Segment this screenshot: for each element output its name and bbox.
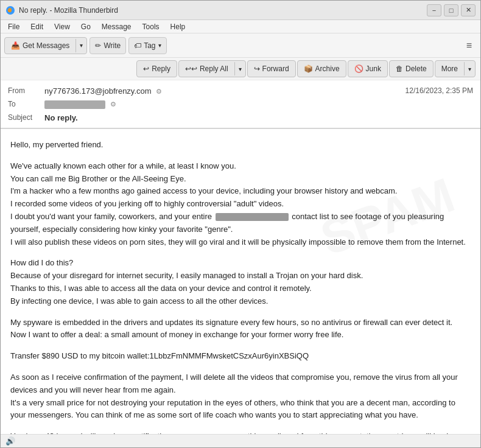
menu-view[interactable]: View (49, 21, 75, 32)
more-label: More (441, 65, 458, 73)
titlebar-title: No reply. - Mozilla Thunderbird (19, 6, 118, 15)
minimize-button[interactable]: − (427, 4, 441, 16)
titlebar-controls: − □ ✕ (427, 4, 476, 16)
body-para-7: You have 48 hours. I will receive a noti… (10, 430, 471, 434)
forward-button[interactable]: ↪ Forward (247, 60, 296, 77)
menubar: File Edit View Go Message Tools Help (1, 20, 480, 33)
more-button[interactable]: More (435, 62, 465, 75)
get-messages-split: 📥 Get Messages ▾ (4, 37, 87, 54)
get-messages-icon: 📥 (11, 41, 20, 50)
to-address: ⚙ (44, 99, 473, 109)
to-row: To ⚙ (8, 97, 473, 111)
from-label: From (8, 86, 44, 95)
get-messages-button[interactable]: 📥 Get Messages (5, 39, 76, 52)
from-row: From ny776736.173@jobfrenzy.com ⚙ 12/16/… (8, 84, 473, 97)
body-para-4: My spyware is embedded in the drivers an… (10, 317, 471, 342)
menu-tools[interactable]: Tools (138, 21, 164, 32)
tag-dropdown-icon: ▾ (158, 42, 161, 49)
to-settings-icon[interactable]: ⚙ (110, 100, 116, 108)
subject-value: No reply. (44, 113, 473, 122)
close-button[interactable]: ✕ (461, 4, 476, 16)
tag-icon: 🏷 (134, 41, 141, 50)
forward-icon: ↪ (254, 65, 260, 73)
from-settings-icon[interactable]: ⚙ (156, 88, 162, 96)
maximize-button[interactable]: □ (444, 4, 458, 16)
delete-label: Delete (406, 65, 427, 73)
hamburger-menu[interactable]: ≡ (462, 38, 477, 54)
reply-all-icon: ↩↩ (185, 65, 197, 73)
subject-row: Subject No reply. (8, 111, 473, 124)
status-icon: 🔊 (5, 436, 15, 446)
main-window: No reply. - Mozilla Thunderbird − □ ✕ Fi… (0, 0, 481, 448)
delete-button[interactable]: 🗑 Delete (389, 60, 434, 77)
archive-label: Archive (315, 65, 340, 73)
reply-all-button[interactable]: ↩↩ Reply All (179, 62, 235, 75)
toolbar: 📥 Get Messages ▾ ✏ Write 🏷 Tag ▾ ≡ (1, 33, 480, 58)
header-fields: From ny776736.173@jobfrenzy.com ⚙ 12/16/… (1, 80, 480, 128)
body-para-6: As soon as I receive confirmation of the… (10, 371, 471, 422)
tag-button[interactable]: 🏷 Tag ▾ (128, 37, 166, 54)
write-button[interactable]: ✏ Write (90, 37, 126, 54)
thunderbird-icon (5, 5, 15, 15)
header-divider (1, 128, 480, 128)
titlebar: No reply. - Mozilla Thunderbird − □ ✕ (1, 1, 480, 20)
write-icon: ✏ (95, 41, 101, 50)
action-bar: ↩ Reply ↩↩ Reply All ▾ ↪ Forward 📦 Archi… (1, 58, 480, 80)
reply-all-dropdown[interactable]: ▾ (235, 63, 245, 75)
body-para-2: We've actually known each other for a wh… (10, 160, 471, 249)
get-messages-dropdown[interactable]: ▾ (76, 40, 86, 51)
archive-button[interactable]: 📦 Archive (297, 60, 346, 77)
reply-all-split: ↩↩ Reply All ▾ (178, 60, 246, 77)
email-date: 12/16/2023, 2:35 PM (406, 86, 473, 95)
menu-file[interactable]: File (3, 21, 24, 32)
body-para-1: Hello, my perverted friend. (10, 139, 471, 152)
redacted-text-1 (216, 213, 289, 221)
junk-button[interactable]: 🚫 Junk (348, 60, 388, 77)
more-dropdown[interactable]: ▾ (465, 63, 475, 75)
to-address-redacted (44, 100, 105, 109)
reply-label: Reply (152, 65, 170, 73)
reply-button[interactable]: ↩ Reply (136, 60, 177, 77)
from-email: ny776736.173@jobfrenzy.com (44, 86, 152, 96)
more-split: More ▾ (435, 60, 476, 77)
titlebar-left: No reply. - Mozilla Thunderbird (5, 5, 118, 15)
reply-all-label: Reply All (200, 65, 228, 73)
reply-icon: ↩ (143, 65, 149, 73)
from-address: ny776736.173@jobfrenzy.com ⚙ (44, 86, 406, 96)
email-body: SPAM Hello, my perverted friend. We've a… (1, 129, 480, 434)
menu-message[interactable]: Message (97, 21, 136, 32)
menu-go[interactable]: Go (76, 21, 96, 32)
statusbar: 🔊 (1, 434, 480, 447)
body-para-5: Transfer $890 USD to my bitcoin wallet:1… (10, 350, 471, 363)
menu-edit[interactable]: Edit (26, 21, 48, 32)
junk-label: Junk (366, 65, 381, 73)
body-para-3: How did I do this? Because of your disre… (10, 257, 471, 307)
menu-help[interactable]: Help (166, 21, 191, 32)
subject-label: Subject (8, 113, 44, 122)
delete-icon: 🗑 (396, 65, 403, 73)
archive-icon: 📦 (304, 65, 313, 73)
write-label: Write (104, 41, 121, 50)
forward-label: Forward (262, 65, 289, 73)
tag-label: Tag (144, 41, 155, 50)
to-label: To (8, 100, 44, 108)
email-header: ↩ Reply ↩↩ Reply All ▾ ↪ Forward 📦 Archi… (1, 58, 480, 129)
get-messages-label: Get Messages (23, 41, 69, 50)
junk-icon: 🚫 (354, 65, 363, 73)
